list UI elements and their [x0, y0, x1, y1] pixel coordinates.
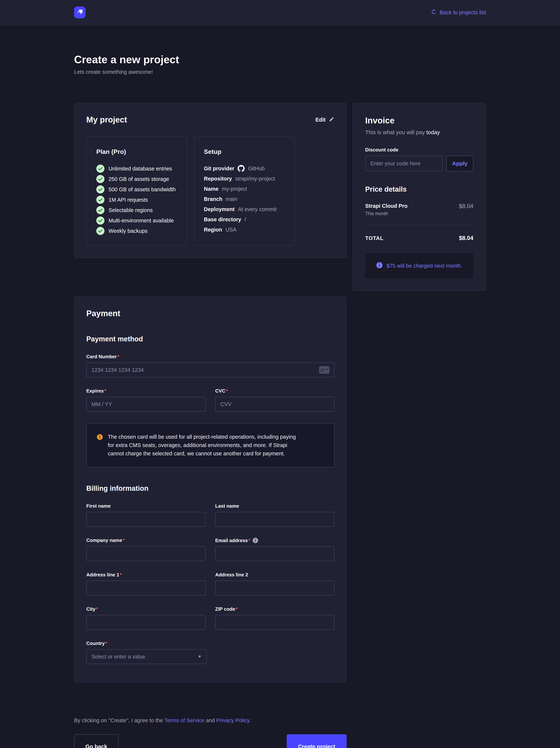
total-row: TOTAL $8.04	[365, 235, 473, 241]
invoice-panel: Invoice This is what you will pay today …	[352, 103, 486, 291]
zip-code-input[interactable]	[215, 615, 335, 630]
city-label: City	[86, 606, 205, 612]
country-label: Country	[86, 640, 335, 646]
billing-information-title: Billing information	[86, 485, 335, 492]
plan-feature: Unlimited database entries	[96, 165, 177, 173]
email-info-icon[interactable]	[252, 537, 258, 543]
plan-feature: 500 GB of assets bandwidth	[96, 185, 177, 193]
invoice-divider	[365, 225, 473, 225]
city-input[interactable]	[86, 615, 205, 630]
card-number-input[interactable]	[86, 363, 335, 377]
price-item-period: This month	[365, 211, 408, 216]
edit-button-label: Edit	[315, 117, 325, 123]
plan-feature-label: 500 GB of assets bandwidth	[108, 186, 176, 192]
plan-feature: Selectable regions	[96, 206, 177, 214]
privacy-policy-link[interactable]: Privacy Policy	[216, 718, 249, 723]
page-title: Create a new project	[74, 53, 486, 66]
create-project-button[interactable]: Create project	[287, 734, 347, 748]
discount-code-label: Discount code	[365, 147, 473, 153]
company-name-input[interactable]	[86, 546, 205, 561]
zip-code-field: ZIP code	[215, 595, 335, 630]
cvc-label: CVC	[215, 388, 335, 394]
check-circle-icon	[96, 165, 104, 173]
total-amount: $8.04	[459, 235, 473, 241]
info-circle-icon	[376, 262, 383, 270]
check-circle-icon	[96, 196, 104, 204]
invoice-subtitle: This is what you will pay today	[365, 129, 473, 136]
plan-feature-label: 250 GB of assets storage	[108, 176, 169, 182]
cvc-field: CVC	[215, 377, 335, 412]
setup-rows: Git provider GitHub Repository strapi/my…	[204, 165, 285, 234]
terms-of-service-link[interactable]: Terms of Service	[165, 718, 204, 723]
plan-feature: 250 GB of assets storage	[96, 175, 177, 183]
setup-row-label: Git provider	[204, 165, 234, 172]
country-select-input[interactable]	[86, 649, 207, 664]
card-usage-warning-text: The chosen card will be used for all pro…	[108, 433, 298, 458]
price-line-item: Strapi Cloud Pro This month $8.04	[365, 203, 473, 216]
my-project-card: My project Edit Plan (Pro) Unlimited dat…	[74, 103, 347, 258]
credit-card-icon	[319, 366, 330, 374]
app-header: Back to projects list	[0, 0, 560, 25]
email-address-input[interactable]	[215, 546, 335, 561]
first-name-field: First name	[86, 492, 205, 527]
plan-feature-label: Multi-environment available	[108, 217, 174, 224]
expires-label: Expires	[86, 388, 205, 394]
pencil-icon	[329, 116, 335, 123]
first-name-input[interactable]	[86, 512, 205, 527]
last-name-input[interactable]	[215, 512, 335, 527]
setup-row-value: USA	[225, 227, 237, 233]
address-line-1-label: Address line 1	[86, 572, 205, 578]
setup-row-label: Region	[204, 227, 222, 233]
check-circle-icon	[96, 175, 104, 183]
payment-title: Payment	[86, 309, 335, 318]
cvc-input[interactable]	[215, 397, 335, 412]
apply-discount-button[interactable]: Apply	[446, 156, 473, 171]
plan-feature-label: Weekly backups	[108, 228, 148, 234]
go-back-button[interactable]: Go back	[74, 734, 119, 748]
card-number-label: Card Number	[86, 354, 335, 359]
discount-code-input[interactable]	[365, 156, 443, 171]
setup-row-value: my-project	[222, 186, 247, 192]
total-label: TOTAL	[365, 235, 384, 241]
setup-row-value: At every commit	[238, 206, 276, 212]
company-name-label: Company name	[86, 537, 205, 543]
setup-row-name: Name my-project	[204, 185, 285, 193]
strapi-cloud-logo[interactable]	[74, 7, 86, 18]
back-arrow-icon	[431, 9, 437, 16]
address-line-2-input[interactable]	[215, 581, 335, 595]
setup-row-value: main	[226, 196, 237, 202]
email-address-label: Email address	[215, 537, 335, 543]
last-name-label: Last name	[215, 503, 335, 509]
check-circle-icon	[96, 216, 104, 225]
address-line-1-field: Address line 1	[86, 561, 205, 595]
setup-row-branch: Branch main	[204, 195, 285, 203]
next-month-notice-text: $75 will be charged next month.	[387, 263, 462, 269]
payment-method-title: Payment method	[86, 335, 335, 343]
plan-feature: 1M API requests	[96, 196, 177, 204]
check-circle-icon	[96, 185, 104, 193]
setup-row-value: /	[245, 216, 246, 223]
plan-box: Plan (Pro) Unlimited database entries 25…	[86, 137, 187, 246]
address-line-1-input[interactable]	[86, 581, 205, 595]
next-month-notice: $75 will be charged next month.	[365, 253, 473, 278]
plan-feature-label: Selectable regions	[108, 207, 153, 213]
price-details-title: Price details	[365, 185, 473, 193]
plan-feature: Weekly backups	[96, 227, 177, 235]
plan-title: Plan (Pro)	[96, 148, 177, 155]
edit-button[interactable]: Edit	[315, 116, 335, 123]
expires-field: Expires	[86, 377, 205, 412]
card-usage-warning: The chosen card will be used for all pro…	[86, 423, 335, 467]
invoice-title: Invoice	[365, 115, 473, 125]
payment-card: Payment Payment method Card Number Expir…	[74, 297, 347, 683]
country-select[interactable]: ▼	[86, 649, 207, 664]
back-to-projects-link[interactable]: Back to projects list	[431, 9, 486, 16]
check-circle-icon	[96, 227, 104, 235]
setup-row-value: strapi/my-project	[235, 176, 275, 182]
city-field: City	[86, 595, 205, 630]
setup-box: Setup Git provider GitHub Repository str…	[194, 137, 295, 246]
check-circle-icon	[96, 206, 104, 214]
my-project-title: My project	[86, 115, 127, 124]
price-item-amount: $8.04	[459, 203, 473, 216]
expires-input[interactable]	[86, 397, 205, 412]
setup-row-label: Branch	[204, 196, 222, 202]
